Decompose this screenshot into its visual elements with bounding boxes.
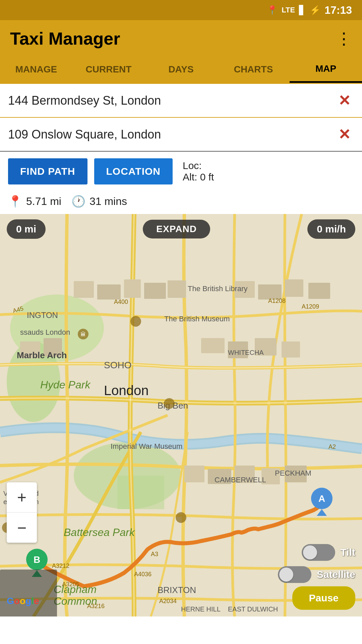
- svg-text:A1208: A1208: [268, 298, 286, 304]
- svg-text:London: London: [104, 383, 148, 398]
- svg-text:ssauds London: ssauds London: [20, 328, 70, 336]
- from-field-row: ✕: [0, 84, 362, 118]
- map-container[interactable]: A B INGTON ssauds London Marble Arch Hyd…: [0, 214, 362, 616]
- signal-icon: ▋: [299, 5, 306, 15]
- svg-text:A2: A2: [328, 443, 336, 450]
- satellite-toggle[interactable]: [278, 566, 311, 583]
- zoom-controls: + −: [7, 482, 37, 543]
- svg-text:WHITECHA: WHITECHA: [228, 349, 264, 356]
- to-input[interactable]: [8, 127, 335, 142]
- time-value: 31 mins: [89, 195, 127, 208]
- lte-icon: LTE: [282, 6, 295, 14]
- google-logo: Google: [7, 596, 39, 606]
- stats-row: 📍 5.71 mi 🕐 31 mins: [0, 191, 362, 214]
- svg-text:🏛: 🏛: [80, 331, 86, 337]
- location-info: Loc: Alt: 0 ft: [183, 160, 214, 183]
- svg-text:A: A: [318, 493, 325, 504]
- svg-rect-12: [285, 279, 303, 297]
- search-section: ✕ ✕: [0, 84, 362, 152]
- svg-text:A1209: A1209: [302, 303, 319, 310]
- status-time: 17:13: [324, 4, 352, 16]
- svg-text:A3205: A3205: [62, 581, 79, 588]
- tab-map[interactable]: MAP: [290, 56, 362, 83]
- satellite-row: Satellite: [278, 566, 355, 583]
- svg-rect-5: [74, 281, 94, 298]
- location-icon: 📍: [267, 5, 278, 15]
- svg-text:EAST DULWICH: EAST DULWICH: [228, 605, 278, 613]
- status-icons: 📍 LTE ▋ ⚡ 17:13: [267, 4, 352, 16]
- svg-text:CAMBERWELL: CAMBERWELL: [215, 476, 266, 484]
- svg-text:A3212: A3212: [52, 562, 69, 569]
- svg-text:Imperial War Museum: Imperial War Museum: [111, 442, 182, 450]
- toggle-controls: Tilt Satellite: [278, 544, 355, 583]
- app-bar: Taxi Manager ⋮: [0, 20, 362, 57]
- distance-badge: 0 mi: [7, 219, 46, 239]
- battery-icon: ⚡: [310, 5, 320, 15]
- from-input[interactable]: [8, 94, 335, 108]
- svg-rect-7: [124, 279, 141, 298]
- svg-text:Hyde Park: Hyde Park: [40, 379, 91, 391]
- svg-rect-69: [0, 570, 57, 616]
- time-icon: 🕐: [71, 195, 85, 208]
- to-field-row: ✕: [0, 118, 362, 152]
- tilt-row: Tilt: [278, 544, 355, 561]
- svg-text:The British Museum: The British Museum: [164, 315, 230, 323]
- svg-rect-9: [168, 280, 186, 298]
- tilt-label: Tilt: [341, 547, 355, 558]
- svg-rect-6: [97, 284, 121, 300]
- map-overlay-top: 0 mi EXPAND 0 mi/h: [0, 214, 362, 244]
- svg-rect-16: [201, 338, 225, 353]
- tab-current[interactable]: CURRENT: [72, 56, 145, 83]
- zoom-out-button[interactable]: −: [7, 513, 37, 543]
- svg-text:SOHO: SOHO: [104, 360, 131, 370]
- pause-button-container: Pause: [292, 586, 355, 610]
- speed-badge: 0 mi/h: [307, 219, 355, 239]
- menu-icon[interactable]: ⋮: [336, 29, 352, 48]
- svg-rect-8: [144, 283, 166, 299]
- svg-text:The British Library: The British Library: [188, 284, 248, 293]
- svg-text:Marble Arch: Marble Arch: [17, 350, 67, 360]
- status-bar: 📍 LTE ▋ ⚡ 17:13: [0, 0, 362, 20]
- app-title: Taxi Manager: [10, 29, 120, 49]
- clear-to-button[interactable]: ✕: [335, 126, 354, 143]
- svg-text:PECKHAM: PECKHAM: [275, 469, 311, 477]
- svg-rect-19: [282, 341, 300, 358]
- loc-label: Loc:: [183, 160, 214, 171]
- svg-text:B: B: [34, 554, 40, 565]
- svg-text:BRIXTON: BRIXTON: [158, 585, 196, 595]
- tab-manage[interactable]: MANAGE: [0, 56, 72, 83]
- svg-text:A400: A400: [114, 299, 128, 305]
- tab-bar: MANAGE CURRENT DAYS CHARTS MAP: [0, 57, 362, 84]
- svg-rect-4: [117, 476, 164, 509]
- svg-rect-13: [308, 283, 330, 299]
- distance-value: 5.71 mi: [26, 195, 61, 208]
- svg-point-65: [130, 316, 141, 327]
- svg-point-68: [176, 512, 186, 523]
- clear-from-button[interactable]: ✕: [335, 92, 354, 109]
- pause-button[interactable]: Pause: [292, 586, 355, 610]
- distance-stat: 📍 5.71 mi: [8, 195, 61, 208]
- find-path-button[interactable]: FIND PATH: [8, 158, 87, 184]
- svg-text:A3216: A3216: [87, 603, 105, 609]
- svg-text:A4036: A4036: [134, 571, 152, 578]
- tab-days[interactable]: DAYS: [145, 56, 217, 83]
- svg-text:A2034: A2034: [159, 598, 177, 604]
- tilt-toggle[interactable]: [302, 544, 335, 561]
- location-button[interactable]: LOCATION: [94, 158, 173, 184]
- alt-label: Alt: 0 ft: [183, 171, 214, 183]
- svg-text:INGTON: INGTON: [27, 311, 58, 320]
- time-stat: 🕐 31 mins: [71, 195, 127, 208]
- svg-rect-20: [184, 466, 204, 482]
- distance-icon: 📍: [8, 195, 22, 208]
- svg-text:Battersea Park: Battersea Park: [64, 526, 135, 538]
- expand-button[interactable]: EXPAND: [143, 220, 210, 238]
- svg-text:HERNE HILL: HERNE HILL: [181, 605, 221, 613]
- action-row: FIND PATH LOCATION Loc: Alt: 0 ft: [0, 152, 362, 191]
- satellite-label: Satellite: [317, 569, 355, 580]
- svg-text:A3: A3: [151, 551, 158, 557]
- tab-charts[interactable]: CHARTS: [217, 56, 290, 83]
- zoom-in-button[interactable]: +: [7, 482, 37, 513]
- svg-point-66: [164, 398, 175, 409]
